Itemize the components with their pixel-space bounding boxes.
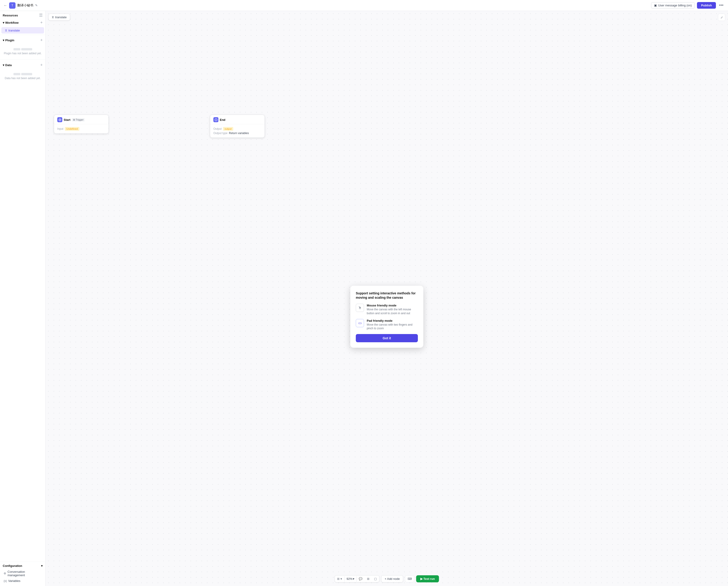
modal-backdrop: Support setting interactive methods for … xyxy=(46,11,728,586)
configuration-section: Configuration ▾ ⚙ Conversation managemen… xyxy=(0,562,45,586)
plugin-label: Plugin xyxy=(5,38,15,42)
configuration-chevron-icon: ▾ xyxy=(41,564,43,567)
topbar: ← T 翻译小秘书 ✎ ▣ User message billing (on) … xyxy=(0,0,728,11)
resources-label: Resources xyxy=(3,14,18,17)
topbar-right: ▣ User message billing (on) Publish ••• xyxy=(651,2,724,9)
plugin-empty-text: Plugin has not been added yet. xyxy=(4,52,42,55)
workflow-toggle[interactable]: ▾ Workflow xyxy=(3,21,19,24)
placeholder-block-4 xyxy=(21,73,32,75)
got-it-button[interactable]: Got it xyxy=(356,334,418,342)
mouse-mode-icon: 🖱 xyxy=(356,304,364,312)
app-icon: T xyxy=(9,2,16,9)
data-section-header: ▾ Data + xyxy=(0,61,45,69)
pad-mode-title: Pad friendly mode xyxy=(367,319,418,322)
mouse-mode-desc: Move the canvas with the left mouse butt… xyxy=(367,308,418,315)
edit-button[interactable]: ✎ xyxy=(35,4,37,7)
resources-menu-btn[interactable]: ☰ xyxy=(39,13,43,17)
pad-mode-text: Pad friendly mode Move the canvas with t… xyxy=(367,319,418,330)
sidebar: Resources ☰ ▾ Workflow + ⧖ translate ▾ P… xyxy=(0,11,46,586)
plugin-add-button[interactable]: + xyxy=(40,38,43,42)
more-button[interactable]: ••• xyxy=(718,2,724,9)
workflow-chevron-icon: ▾ xyxy=(3,21,4,24)
data-add-button[interactable]: + xyxy=(40,63,43,67)
data-toggle[interactable]: ▾ Data xyxy=(3,63,11,67)
plugin-chevron-icon: ▾ xyxy=(3,38,4,42)
conversation-management-item[interactable]: ⚙ Conversation management xyxy=(3,569,43,578)
variables-icon: (x) xyxy=(4,579,7,583)
placeholder-block-3 xyxy=(14,73,20,75)
data-empty-text: Data has not been added yet. xyxy=(5,77,41,80)
pad-mode-icon: ▭ xyxy=(356,319,364,327)
placeholder-block-2 xyxy=(21,48,32,50)
plugin-toggle[interactable]: ▾ Plugin xyxy=(3,38,15,42)
data-label: Data xyxy=(5,63,11,67)
sidebar-item-label: translate xyxy=(8,29,20,32)
modal-title: Support setting interactive methods for … xyxy=(356,291,418,300)
billing-button[interactable]: ▣ User message billing (on) xyxy=(651,2,695,8)
workflow-item-icon: ⧖ xyxy=(5,28,7,32)
plugin-empty-state: Plugin has not been added yet. xyxy=(0,45,45,59)
configuration-label: Configuration xyxy=(3,564,22,567)
canvas-area[interactable]: ⧖ translate ⤢ xyxy=(46,11,728,586)
conversation-label: Conversation management xyxy=(7,570,42,577)
mouse-mode-text: Mouse friendly mode Move the canvas with… xyxy=(367,304,418,315)
interactive-methods-modal: Support setting interactive methods for … xyxy=(350,286,423,348)
conversation-icon: ⚙ xyxy=(4,572,6,575)
variables-label: Variables xyxy=(8,579,20,583)
workflow-section-header: ▾ Workflow + xyxy=(0,20,45,27)
back-button[interactable]: ← xyxy=(4,3,7,7)
publish-button[interactable]: Publish xyxy=(697,2,716,9)
main-layout: Resources ☰ ▾ Workflow + ⧖ translate ▾ P… xyxy=(0,11,728,586)
billing-icon: ▣ xyxy=(654,4,657,7)
pad-mode-option[interactable]: ▭ Pad friendly mode Move the canvas with… xyxy=(356,319,418,330)
workflow-label: Workflow xyxy=(5,21,19,24)
data-empty-state: Data has not been added yet. xyxy=(0,69,45,83)
mouse-mode-title: Mouse friendly mode xyxy=(367,304,418,307)
configuration-header[interactable]: Configuration ▾ xyxy=(3,564,43,567)
placeholder-block-1 xyxy=(14,48,20,50)
data-chevron-icon: ▾ xyxy=(3,63,4,67)
data-placeholder-graphic xyxy=(14,73,32,75)
mouse-mode-option[interactable]: 🖱 Mouse friendly mode Move the canvas wi… xyxy=(356,304,418,315)
sidebar-item-translate[interactable]: ⧖ translate xyxy=(1,27,44,33)
variables-item[interactable]: (x) Variables xyxy=(3,578,43,584)
divider-2 xyxy=(0,59,45,60)
workflow-add-button[interactable]: + xyxy=(40,21,43,25)
billing-label: User message billing (on) xyxy=(658,4,692,7)
app-title: 翻译小秘书 xyxy=(17,3,33,7)
topbar-left: ← T 翻译小秘书 ✎ xyxy=(4,2,37,9)
pad-mode-desc: Move the canvas with two fingers and pin… xyxy=(367,323,418,330)
plugin-placeholder-graphic xyxy=(14,48,32,50)
plugin-section-header: ▾ Plugin + xyxy=(0,36,45,45)
resources-header: Resources ☰ xyxy=(0,11,45,20)
